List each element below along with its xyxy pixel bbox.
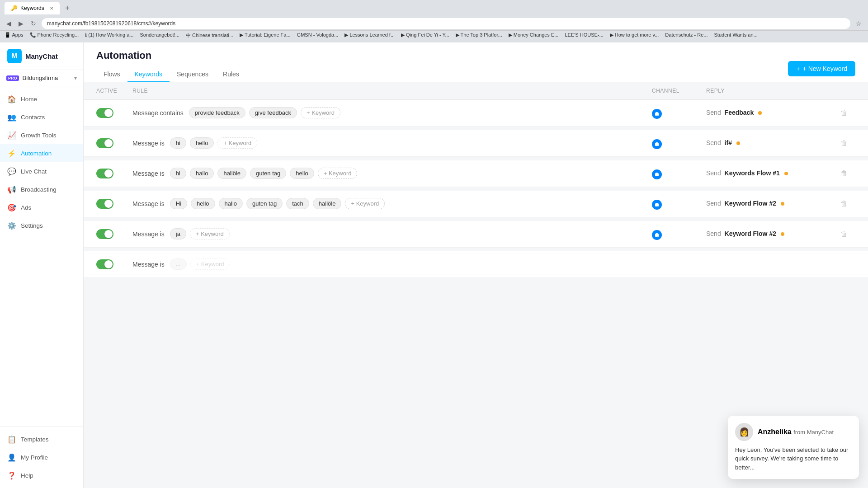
- delete-button[interactable]: 🗑: [840, 169, 848, 178]
- tab-keywords[interactable]: Keywords: [127, 67, 170, 82]
- keyword-tag[interactable]: ...: [170, 258, 187, 270]
- bookmark-3[interactable]: ℹ (1) How Working a...: [85, 32, 133, 41]
- row-active-col: [96, 137, 132, 148]
- sidebar-item-templates[interactable]: 📋 Templates: [0, 430, 83, 448]
- new-keyword-label: + New Keyword: [803, 65, 847, 72]
- sidebar-item-growth-tools[interactable]: 📈 Growth Tools: [0, 126, 83, 144]
- delete-button[interactable]: 🗑: [840, 109, 848, 117]
- reply-status-dot: [781, 232, 784, 236]
- add-keyword-button[interactable]: + Keyword: [301, 107, 340, 118]
- bookmark-7[interactable]: GMSN - Vologda...: [297, 32, 339, 41]
- add-keyword-dashed[interactable]: + Keyword: [190, 228, 230, 239]
- new-tab-button[interactable]: +: [63, 3, 72, 14]
- add-keyword-button[interactable]: + Keyword: [318, 168, 358, 179]
- bookmark-apps[interactable]: 📱 Apps: [5, 32, 24, 41]
- keyword-tag[interactable]: guten tag: [250, 168, 286, 179]
- address-bar[interactable]: manychat.com/fb198150208192061​8/cms#/ke…: [42, 18, 850, 29]
- tab-sequences[interactable]: Sequences: [170, 67, 216, 82]
- profile-icon: 👤: [7, 453, 16, 462]
- bookmark-10[interactable]: ▶ The Top 3 Platfor...: [456, 32, 502, 41]
- back-button[interactable]: ◀: [5, 19, 13, 28]
- active-toggle-3[interactable]: [96, 169, 113, 178]
- keyword-tag[interactable]: hallo: [219, 198, 243, 209]
- sidebar-item-label: Broadcasting: [21, 186, 57, 193]
- bookmark-12[interactable]: LEE'S HOUSE-...: [565, 32, 603, 41]
- keyword-tag[interactable]: hi: [170, 137, 186, 149]
- tab-rules[interactable]: Rules: [216, 67, 246, 82]
- row-reply-col: Send Keyword Flow #2: [706, 228, 833, 237]
- sidebar-item-label: Templates: [21, 436, 49, 443]
- sidebar-item-broadcasting[interactable]: 📢 Broadcasting: [0, 180, 83, 198]
- bookmark-2[interactable]: 📞 Phone Recycling...: [30, 32, 79, 41]
- add-keyword-dashed[interactable]: + Keyword: [217, 137, 257, 149]
- bookmark-star[interactable]: ☆: [854, 19, 863, 28]
- bookmark-15[interactable]: Student Wants an...: [714, 32, 758, 41]
- active-toggle-1[interactable]: [96, 108, 113, 118]
- keyword-tag[interactable]: ja: [170, 228, 186, 239]
- keyword-tag[interactable]: guten tag: [246, 198, 283, 209]
- tab-flows[interactable]: Flows: [96, 67, 127, 82]
- new-keyword-button[interactable]: + + New Keyword: [788, 61, 855, 76]
- sidebar-item-automation[interactable]: ⚡ Automation: [0, 144, 83, 162]
- table-row: Message is Hi hello hallo guten tag tach…: [84, 189, 868, 217]
- add-keyword-button[interactable]: + Keyword: [345, 198, 385, 209]
- sidebar-item-my-profile[interactable]: 👤 My Profile: [0, 448, 83, 466]
- org-name: Bildungsfirma: [23, 75, 71, 81]
- add-keyword-dashed[interactable]: + Keyword: [190, 258, 230, 270]
- sidebar-item-live-chat[interactable]: 💬 Live Chat: [0, 162, 83, 180]
- home-icon: 🏠: [7, 94, 16, 103]
- keyword-tag[interactable]: hallöle: [313, 198, 342, 209]
- sidebar-item-settings[interactable]: ⚙️ Settings: [0, 216, 83, 235]
- sidebar-item-ads[interactable]: 🎯 Ads: [0, 198, 83, 216]
- logo-area: M ManyChat: [0, 42, 83, 70]
- keyword-tag[interactable]: Hi: [170, 198, 187, 209]
- keyword-tag[interactable]: give feedback: [249, 107, 297, 118]
- sidebar-item-contacts[interactable]: 👥 Contacts: [0, 108, 83, 126]
- delete-button[interactable]: 🗑: [840, 200, 848, 208]
- row-rule-col: Message is hi hello + Keyword: [132, 137, 652, 149]
- row-actions-col: 🗑: [833, 198, 855, 208]
- rule-type-label: Message is: [132, 170, 165, 177]
- keyword-tag[interactable]: provide feedback: [189, 107, 245, 118]
- broadcasting-icon: 📢: [7, 185, 16, 194]
- help-icon: ❓: [7, 471, 16, 480]
- bookmark-11[interactable]: ▶ Money Changes E...: [509, 32, 559, 41]
- pro-badge: PRO: [6, 75, 19, 81]
- bookmark-13[interactable]: ▶ How to get more v...: [610, 32, 659, 41]
- bookmark-5[interactable]: 中 Chinese translati...: [186, 32, 233, 41]
- active-toggle-5[interactable]: [96, 229, 113, 239]
- bookmark-9[interactable]: ▶ Qing Fei De Yi - Y...: [401, 32, 449, 41]
- refresh-button[interactable]: ↻: [29, 19, 38, 28]
- tab-bar: 🔑 Keywords ✕ +: [0, 0, 868, 16]
- bookmark-4[interactable]: Sonderangebot!...: [140, 32, 179, 41]
- sidebar-item-home[interactable]: 🏠 Home: [0, 90, 83, 108]
- keyword-tag[interactable]: hello: [190, 137, 214, 149]
- table-row: Message contains provide feedback give f…: [84, 100, 868, 127]
- forward-button[interactable]: ▶: [17, 19, 25, 28]
- live-chat-icon: 💬: [7, 167, 16, 176]
- col-header-reply: Reply: [706, 88, 833, 94]
- keyword-tag[interactable]: hallo: [190, 168, 214, 179]
- delete-button[interactable]: 🗑: [840, 139, 848, 147]
- reply-status-dot: [758, 111, 762, 115]
- sidebar-item-label: Ads: [21, 204, 31, 211]
- bookmark-14[interactable]: Datenschutz - Re...: [665, 32, 708, 41]
- reply-status-dot: [781, 202, 784, 206]
- chat-popup[interactable]: 👩 Anzhelika from ManyChat Hey Leon, You'…: [728, 416, 859, 479]
- keyword-tag[interactable]: hallöle: [217, 168, 246, 179]
- sidebar-item-help[interactable]: ❓ Help: [0, 466, 83, 484]
- close-tab-icon[interactable]: ✕: [50, 6, 53, 11]
- keyword-tag[interactable]: tach: [286, 198, 309, 209]
- org-selector[interactable]: PRO Bildungsfirma ▾: [0, 70, 83, 86]
- keyword-tag[interactable]: hello: [290, 168, 314, 179]
- active-tab[interactable]: 🔑 Keywords ✕: [5, 2, 60, 14]
- keyword-tag[interactable]: hello: [191, 198, 215, 209]
- col-header-active: Active: [96, 88, 132, 94]
- keyword-tag[interactable]: hi: [170, 168, 186, 179]
- active-toggle-4[interactable]: [96, 199, 113, 209]
- active-toggle-6[interactable]: [96, 259, 113, 269]
- active-toggle-2[interactable]: [96, 138, 113, 148]
- bookmark-8[interactable]: ▶ Lessons Learned f...: [344, 32, 395, 41]
- delete-button[interactable]: 🗑: [840, 230, 848, 238]
- bookmark-6[interactable]: ▶ Tutorial: Eigene Fa...: [240, 32, 291, 41]
